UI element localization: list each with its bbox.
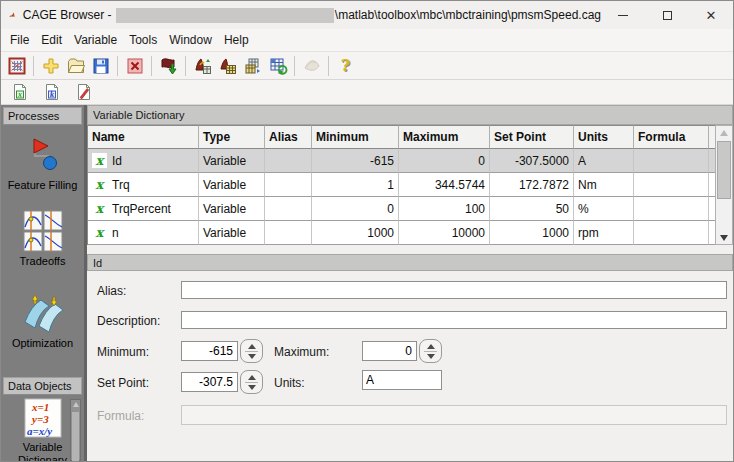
processes-header: Processes: [3, 107, 82, 125]
svg-text:y=3: y=3: [30, 413, 49, 425]
maximize-icon: [663, 11, 672, 20]
toolbar-separator: [185, 56, 186, 76]
menu-bar: File Edit Variable Tools Window Help: [1, 29, 733, 51]
title-redacted-text: [116, 8, 334, 23]
scroll-down-icon[interactable]: [716, 235, 732, 241]
menu-tools[interactable]: Tools: [123, 30, 163, 50]
maximize-button[interactable]: [645, 1, 689, 29]
set-point-stepper: [181, 370, 263, 394]
close-button[interactable]: ✕: [689, 1, 733, 29]
toolbar-separator: [117, 56, 118, 76]
sidebar-item-optimization[interactable]: Optimization: [1, 292, 84, 350]
new-constant-icon[interactable]: k: [39, 80, 64, 105]
feature-filling-icon: [23, 136, 63, 176]
matlab-logo-icon: [9, 7, 16, 23]
scrollbar-thumb[interactable]: [717, 141, 731, 199]
sidebar-scrollbar[interactable]: [70, 399, 81, 461]
set-point-spin-buttons[interactable]: [240, 370, 263, 394]
variable-icon: x: [92, 153, 107, 168]
units-label: Units:: [274, 376, 305, 390]
variable-detail-form: Alias: Description: Minimum: Maximum: Se…: [87, 271, 733, 461]
sidebar-item-feature-filling[interactable]: Feature Filling: [1, 136, 84, 192]
save-icon[interactable]: [88, 53, 113, 78]
col-header-alias[interactable]: Alias: [265, 125, 312, 149]
maximum-stepper: [362, 339, 442, 363]
minimum-label: Minimum:: [97, 345, 149, 359]
cage-project-icon[interactable]: [4, 53, 29, 78]
table-row-n[interactable]: xn Variable 1000 10000 1000 rpm: [88, 221, 715, 245]
table-header-row: Name Type Alias Minimum Maximum Set Poin…: [88, 125, 715, 149]
col-header-maximum[interactable]: Maximum: [399, 125, 490, 149]
col-header-units[interactable]: Units: [574, 125, 634, 149]
table-row-trqpercent[interactable]: xTrqPercent Variable 0 100 50 %: [88, 197, 715, 221]
variable-icon: x: [92, 201, 107, 216]
maximum-field[interactable]: [362, 341, 417, 361]
table-row-id[interactable]: xId Variable -615 0 -307.5000 A: [88, 149, 715, 173]
menu-edit[interactable]: Edit: [35, 30, 68, 50]
tree-sidebar: Processes Feature Filling: [1, 105, 87, 461]
variable-icon: x: [92, 225, 107, 240]
scrollbar-thumb[interactable]: [72, 412, 79, 461]
col-header-type[interactable]: Type: [199, 125, 265, 149]
col-header-name[interactable]: Name: [88, 125, 199, 149]
panel-splitter[interactable]: [87, 245, 733, 254]
col-header-minimum[interactable]: Minimum: [312, 125, 399, 149]
open-folder-icon[interactable]: [63, 53, 88, 78]
spin-down-icon: [248, 354, 256, 359]
spin-down-icon: [427, 354, 435, 359]
calibration-table-icon[interactable]: [215, 53, 240, 78]
minimize-button[interactable]: [601, 1, 645, 29]
window-controls: ✕: [601, 1, 733, 29]
minimum-stepper: [181, 339, 263, 363]
description-label: Description:: [97, 314, 160, 328]
table-row-trq[interactable]: xTrq Variable 1 344.5744 172.7872 Nm: [88, 173, 715, 197]
toolbar-separator: [151, 56, 152, 76]
window-title: CAGE Browser - \matlab\toolbox\mbc\mbctr…: [23, 8, 601, 23]
scroll-up-icon[interactable]: [716, 126, 732, 136]
toolbar-separator: [328, 56, 329, 76]
alias-field[interactable]: [181, 281, 727, 299]
variable-table: Name Type Alias Minimum Maximum Set Poin…: [87, 125, 733, 245]
minimum-field[interactable]: [181, 341, 238, 361]
main-toolbar: ?: [1, 51, 733, 80]
export-calibration-table-icon[interactable]: [265, 53, 290, 78]
copy-calibration-tables-icon[interactable]: [240, 53, 265, 78]
spin-up-icon: [248, 375, 256, 380]
surface-view-disabled-icon: [299, 53, 324, 78]
alias-label: Alias:: [97, 284, 126, 298]
units-field[interactable]: [362, 370, 442, 390]
delete-icon[interactable]: [122, 53, 147, 78]
help-icon[interactable]: ?: [333, 53, 358, 78]
menu-variable[interactable]: Variable: [68, 30, 123, 50]
spin-up-icon: [248, 344, 256, 349]
maximum-label: Maximum:: [274, 345, 329, 359]
new-formula-icon[interactable]: [71, 80, 96, 105]
detail-panel-title: Id: [87, 254, 733, 271]
new-variable-icon[interactable]: x: [7, 80, 32, 105]
import-calibration-icon[interactable]: [190, 53, 215, 78]
menu-file[interactable]: File: [4, 30, 35, 50]
svg-text:k: k: [50, 90, 54, 99]
formula-field: [181, 405, 727, 425]
description-field[interactable]: [181, 311, 727, 329]
col-header-set-point[interactable]: Set Point: [490, 125, 574, 149]
new-file-icon[interactable]: [38, 53, 63, 78]
col-header-formula[interactable]: Formula: [634, 125, 709, 149]
set-point-field[interactable]: [181, 372, 238, 392]
data-objects-header: Data Objects: [3, 377, 82, 395]
variable-dictionary-icon: x=1 y=3 a=x/y: [24, 398, 62, 438]
spin-up-icon: [427, 344, 435, 349]
scroll-up-icon: [73, 402, 79, 407]
svg-text:x=1: x=1: [31, 401, 49, 413]
sidebar-item-tradeoffs[interactable]: Tradeoffs: [1, 210, 84, 268]
spin-down-icon: [248, 385, 256, 390]
table-scrollbar[interactable]: [715, 125, 733, 245]
formula-label: Formula:: [97, 409, 144, 423]
menu-help[interactable]: Help: [218, 30, 255, 50]
minimum-spin-buttons[interactable]: [240, 339, 263, 363]
menu-window[interactable]: Window: [163, 30, 218, 50]
set-point-label: Set Point:: [97, 376, 149, 390]
import-data-icon[interactable]: [156, 53, 181, 78]
svg-text:x: x: [17, 90, 22, 99]
maximum-spin-buttons[interactable]: [419, 339, 442, 363]
